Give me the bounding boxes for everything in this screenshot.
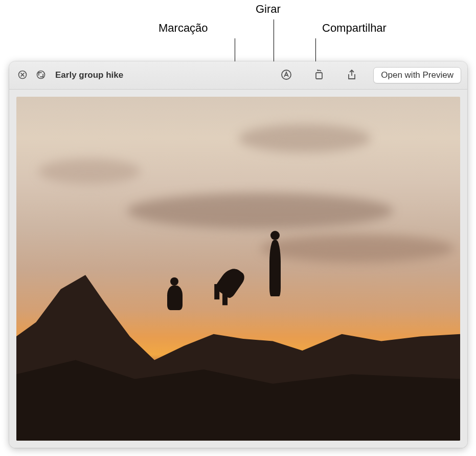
annotation-layer: Marcação Girar Compartilhar bbox=[0, 0, 476, 61]
close-button[interactable] bbox=[15, 68, 30, 82]
full-screen-button[interactable] bbox=[34, 68, 48, 82]
toolbar-actions: Open with Preview bbox=[275, 66, 461, 84]
annotation-markup-label: Marcação bbox=[158, 21, 208, 35]
share-button[interactable] bbox=[341, 66, 363, 84]
rotate-icon bbox=[313, 69, 325, 82]
svg-rect-5 bbox=[316, 73, 322, 79]
cloud bbox=[127, 193, 393, 229]
cloud bbox=[238, 124, 371, 153]
markup-button[interactable] bbox=[275, 66, 298, 84]
close-icon bbox=[17, 70, 28, 81]
cloud bbox=[38, 159, 141, 184]
share-icon bbox=[346, 69, 358, 82]
window-title: Early group hike bbox=[55, 70, 123, 80]
annotation-share-label: Compartilhar bbox=[322, 21, 387, 35]
quicklook-window: Early group hike bbox=[9, 61, 467, 448]
annotation-rotate-label: Girar bbox=[256, 3, 281, 16]
full-screen-icon bbox=[36, 70, 46, 81]
person-silhouette bbox=[167, 286, 183, 310]
open-with-preview-button[interactable]: Open with Preview bbox=[373, 67, 461, 83]
image-content[interactable] bbox=[16, 97, 460, 441]
rotate-button[interactable] bbox=[308, 66, 330, 84]
svg-point-3 bbox=[37, 71, 45, 78]
toolbar: Early group hike bbox=[9, 61, 467, 90]
image-viewport bbox=[9, 90, 467, 448]
person-silhouette bbox=[269, 240, 281, 296]
markup-icon bbox=[280, 69, 292, 82]
